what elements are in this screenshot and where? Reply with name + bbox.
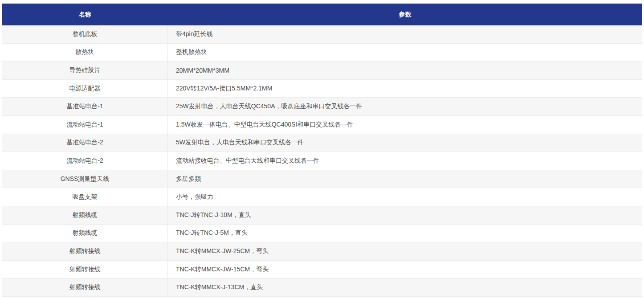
table-row: 整机底板 带4pin延长线: [2, 25, 642, 44]
row-name-cell: 射频转接线: [2, 242, 168, 260]
row-name-cell: 导热硅胶片: [2, 61, 168, 79]
row-name-cell: 射频转接线: [2, 261, 168, 279]
spec-table: 名称 参数 整机底板 带4pin延长线 散热块 整机散热块 导热硅胶片 20MM…: [2, 4, 642, 297]
row-param-cell: TNC-J转TNC-J-5M，直头: [168, 225, 642, 242]
table-row: GNSS测量型天线 多星多频: [2, 170, 642, 188]
row-name-cell: 基准站电台-1: [2, 98, 168, 115]
row-param-cell: 220V转12V/5A-接口5.5MM*2.1MM: [168, 80, 642, 98]
row-param-cell: TNC-K转MMCX-J-13CM，直头: [168, 279, 642, 296]
table-row: 射频线缆 TNC-J转TNC-J-5M，直头: [2, 225, 642, 243]
table-header-row: 名称 参数: [2, 4, 642, 25]
row-param-cell: TNC-J转TNC-J-10M，直头: [168, 206, 642, 224]
row-param-cell: 25W发射电台，大电台天线QC450A，吸盘底座和串口交叉线各一件: [168, 98, 642, 115]
table-row: 电源适配器 220V转12V/5A-接口5.5MM*2.1MM: [2, 80, 642, 98]
row-name-cell: 射频线缆: [2, 225, 168, 242]
table-row: 流动站电台-1 1.5W收发一体电台、中型电台天线QC400SI和串口交叉线各一…: [2, 116, 642, 134]
row-name-cell: 整机底板: [2, 25, 168, 43]
table-body: 整机底板 带4pin延长线 散热块 整机散热块 导热硅胶片 20MM*20MM*…: [2, 25, 642, 297]
row-param-cell: 流动站接收电台、中型电台天线和串口交叉线各一件: [168, 152, 642, 170]
row-param-cell: 带4pin延长线: [168, 25, 642, 43]
table-row: 射频转接线 TNC-K转MMCX-JW-25CM，弯头: [2, 242, 642, 261]
row-name-cell: 电源适配器: [2, 80, 168, 98]
row-param-cell: TNC-K转MMCX-JW-15CM，弯头: [168, 261, 642, 279]
row-param-cell: 多星多频: [168, 170, 642, 188]
row-name-cell: 散热块: [2, 44, 168, 61]
table-row: 射频转接线 TNC-K转MMCX-J-13CM，直头: [2, 279, 642, 297]
header-name: 名称: [2, 4, 168, 25]
row-name-cell: 流动站电台-2: [2, 152, 168, 170]
row-param-cell: 1.5W收发一体电台、中型电台天线QC400SI和串口交叉线各一件: [168, 116, 642, 134]
row-param-cell: TNC-K转MMCX-JW-25CM，弯头: [168, 242, 642, 260]
row-name-cell: 基准站电台-2: [2, 134, 168, 152]
row-name-cell: 射频转接线: [2, 279, 168, 296]
table-row: 流动站电台-2 流动站接收电台、中型电台天线和串口交叉线各一件: [2, 152, 642, 170]
table-row: 导热硅胶片 20MM*20MM*3MM: [2, 61, 642, 80]
table-row: 散热块 整机散热块: [2, 44, 642, 62]
table-row: 基准站电台-1 25W发射电台，大电台天线QC450A，吸盘底座和串口交叉线各一…: [2, 98, 642, 116]
row-param-cell: 5W发射电台，大电台天线和串口交叉线各一件: [168, 134, 642, 152]
row-name-cell: 流动站电台-1: [2, 116, 168, 134]
row-name-cell: 射频线缆: [2, 206, 168, 224]
row-param-cell: 整机散热块: [168, 44, 642, 61]
header-param: 参数: [168, 4, 642, 25]
table-row: 射频转接线 TNC-K转MMCX-JW-15CM，弯头: [2, 261, 642, 279]
row-name-cell: GNSS测量型天线: [2, 170, 168, 188]
row-param-cell: 20MM*20MM*3MM: [168, 61, 642, 79]
table-row: 基准站电台-2 5W发射电台，大电台天线和串口交叉线各一件: [2, 134, 642, 152]
table-row: 吸盘支架 小号，强吸力: [2, 188, 642, 206]
table-row: 射频线缆 TNC-J转TNC-J-10M，直头: [2, 206, 642, 225]
row-name-cell: 吸盘支架: [2, 188, 168, 206]
row-param-cell: 小号，强吸力: [168, 188, 642, 206]
